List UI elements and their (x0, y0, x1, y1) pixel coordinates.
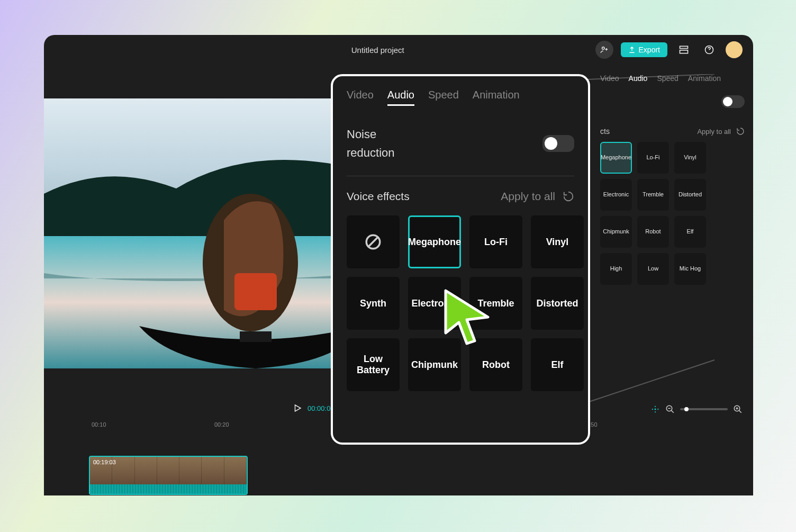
mini-effect-mic-hog[interactable]: Mic Hog (674, 253, 706, 285)
noise-reduction-toggle[interactable] (542, 135, 574, 152)
voice-effects-mini-grid: MegaphoneLo-FiVinylElectronicTrembleDist… (600, 142, 745, 285)
timeline-options-icon[interactable] (650, 404, 660, 414)
svg-rect-1 (680, 46, 688, 48)
callout-tabs: Video Audio Speed Animation (347, 89, 574, 106)
mini-effect-high[interactable]: High (600, 253, 632, 285)
mini-effect-chipmunk[interactable]: Chipmunk (600, 216, 632, 248)
collaborate-icon[interactable] (595, 41, 613, 59)
noise-reduction-label: Noise reduction (347, 125, 395, 162)
panel-tabs: Video Audio Speed Animation (600, 67, 745, 90)
help-icon[interactable] (700, 41, 718, 59)
callout-tab-speed[interactable]: Speed (428, 89, 459, 106)
audio-settings-callout: Video Audio Speed Animation Noise reduct… (331, 74, 590, 445)
topbar: Untitled project Export (44, 35, 753, 65)
callout-tab-video[interactable]: Video (347, 89, 374, 106)
callout-tab-animation[interactable]: Animation (473, 89, 520, 106)
export-button[interactable]: Export (621, 42, 667, 57)
tab-audio[interactable]: Audio (629, 74, 648, 83)
tab-animation[interactable]: Animation (688, 74, 721, 83)
mini-effect-elf[interactable]: Elf (674, 216, 706, 248)
clip-duration: 00:19:03 (93, 459, 116, 465)
mini-effect-lo-fi[interactable]: Lo-Fi (637, 142, 669, 174)
noise-reduction-toggle-small[interactable] (721, 95, 745, 108)
zoom-in-icon[interactable] (733, 404, 743, 414)
voice-effects-label-small: cts (600, 127, 610, 136)
layout-icon[interactable] (675, 41, 693, 59)
avatar[interactable] (726, 41, 743, 58)
mini-effect-megaphone[interactable]: Megaphone (600, 142, 632, 174)
effect-robot[interactable]: Robot (469, 338, 522, 391)
effect-distorted[interactable]: Distorted (531, 277, 584, 330)
effect-none[interactable] (347, 215, 400, 268)
mini-effect-electronic[interactable]: Electronic (600, 179, 632, 211)
svg-point-13 (657, 409, 658, 410)
svg-point-12 (652, 409, 653, 410)
svg-point-0 (602, 47, 604, 50)
apply-to-all-button[interactable]: Apply to all (501, 190, 555, 203)
mini-effect-low[interactable]: Low (637, 253, 669, 285)
play-button[interactable] (293, 403, 302, 413)
svg-rect-7 (234, 273, 277, 310)
effect-synth[interactable]: Synth (347, 277, 400, 330)
callout-tab-audio[interactable]: Audio (387, 89, 414, 106)
effect-chipmunk[interactable]: Chipmunk (408, 338, 461, 391)
project-title: Untitled project (160, 46, 595, 55)
effect-vinyl[interactable]: Vinyl (531, 215, 584, 268)
reset-icon[interactable] (563, 191, 574, 202)
effect-low-battery[interactable]: Low Battery (347, 338, 400, 391)
zoom-out-icon[interactable] (665, 404, 675, 414)
effect-lo-fi[interactable]: Lo-Fi (469, 215, 522, 268)
mini-effect-distorted[interactable]: Distorted (674, 179, 706, 211)
voice-effects-label: Voice effects (347, 190, 410, 203)
tab-speed[interactable]: Speed (657, 74, 678, 83)
svg-rect-2 (680, 50, 688, 53)
mini-effect-robot[interactable]: Robot (637, 216, 669, 248)
reset-icon[interactable] (736, 127, 745, 136)
tab-video[interactable]: Video (600, 74, 619, 83)
video-clip[interactable]: 00:19:03 (89, 456, 248, 495)
effect-elf[interactable]: Elf (531, 338, 584, 391)
cursor-pointer-icon (440, 288, 493, 346)
svg-point-9 (655, 409, 656, 410)
mini-effect-tremble[interactable]: Tremble (637, 179, 669, 211)
svg-point-10 (655, 406, 656, 407)
properties-panel: Video Audio Speed Animation cts Apply to… (592, 67, 753, 400)
timeline-track: 00:19:03 (89, 456, 248, 495)
zoom-slider[interactable] (680, 408, 728, 410)
zoom-controls (650, 404, 743, 414)
apply-all-small[interactable]: Apply to all (697, 128, 731, 136)
svg-rect-8 (240, 331, 272, 342)
effect-megaphone[interactable]: Megaphone (408, 215, 461, 268)
video-preview[interactable] (44, 98, 372, 368)
svg-point-11 (655, 411, 656, 412)
mini-effect-vinyl[interactable]: Vinyl (674, 142, 706, 174)
